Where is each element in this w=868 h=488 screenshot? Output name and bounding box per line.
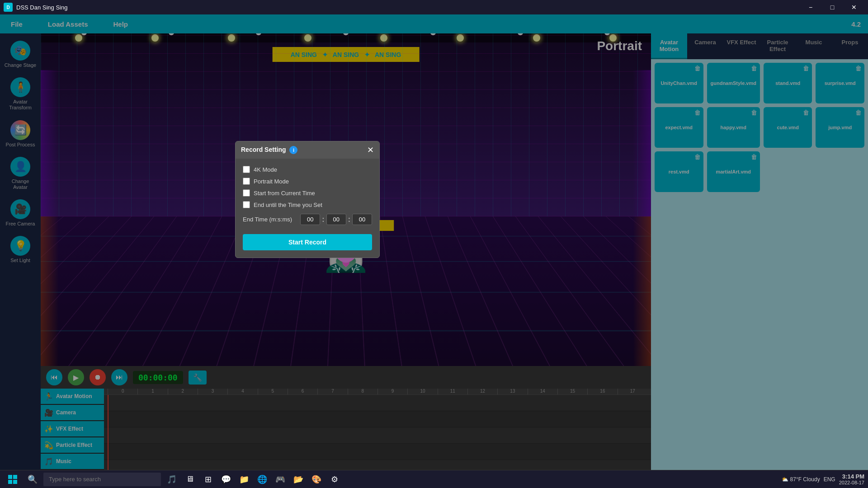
end-time-minutes[interactable] — [300, 214, 320, 225]
asset-martial-art[interactable]: 🗑 martialArt.vmd — [707, 151, 760, 192]
restore-button[interactable]: □ — [822, 0, 843, 14]
timeline-row-1 — [104, 395, 651, 411]
asset-empty-1[interactable] — [764, 151, 812, 192]
checkbox-start-current[interactable]: Start from Current Time — [243, 189, 372, 197]
sidebar-set-light[interactable]: 💡 Set Light — [2, 232, 38, 267]
tab-particle-effect[interactable]: Particle Effect — [760, 33, 796, 59]
bottom-right-glow — [633, 216, 651, 366]
menu-help[interactable]: Help — [109, 19, 132, 30]
sidebar-post-process[interactable]: 🔄 Post Process — [2, 117, 38, 151]
titlebar-left: D DSS Dan Sing Sing — [4, 3, 67, 12]
close-button[interactable]: ✕ — [844, 0, 864, 14]
delete-jump[interactable]: 🗑 — [855, 109, 862, 116]
asset-rest[interactable]: 🗑 rest.vmd — [655, 151, 703, 192]
minimize-button[interactable]: − — [800, 0, 821, 14]
ruler-0: 0 — [108, 389, 137, 394]
asset-gundnam-style[interactable]: 🗑 gundnamStyle.vmd — [707, 63, 760, 103]
checkbox-4k-mode[interactable]: 4K Mode — [243, 166, 372, 173]
delete-cute[interactable]: 🗑 — [803, 109, 809, 116]
taskbar-right: ⛅ 87°F Cloudy ENG 3:14 PM 2022-08-17 — [782, 473, 864, 485]
tab-avatar-motion[interactable]: Avatar Motion — [651, 33, 687, 59]
asset-cute[interactable]: 🗑 cute.vmd — [764, 107, 812, 148]
asset-expect[interactable]: 🗑 expect.vmd — [655, 107, 703, 148]
play-button[interactable]: ▶ — [68, 369, 84, 385]
next-button[interactable]: ⏭ — [111, 369, 127, 385]
taskbar-edge-icon[interactable]: 🌐 — [255, 472, 269, 487]
delete-rest[interactable]: 🗑 — [694, 153, 701, 160]
tab-music[interactable]: Music — [796, 33, 832, 59]
delete-martial-art[interactable]: 🗑 — [751, 153, 757, 160]
set-light-label: Set Light — [10, 258, 30, 263]
delete-happy[interactable]: 🗑 — [751, 109, 757, 116]
unity-chan-label: UnityChan.vmd — [660, 80, 697, 86]
taskbar-chat-icon[interactable]: 💬 — [219, 472, 233, 487]
ruler-10: 10 — [407, 389, 437, 394]
ruler-14: 14 — [528, 389, 557, 394]
taskbar-paint-icon[interactable]: 🎨 — [309, 472, 324, 487]
checkbox-portrait-mode[interactable]: Portrait Mode — [243, 178, 372, 185]
tab-vfx-effect[interactable]: VFX Effect — [723, 33, 760, 59]
track-particle[interactable]: 💫 Particle Effect — [41, 437, 104, 454]
taskbar-misc-icon[interactable]: ⚙ — [327, 472, 342, 487]
timeline-body[interactable] — [104, 395, 651, 470]
taskbar-grid-icon[interactable]: ⊞ — [201, 472, 215, 487]
track-vfx[interactable]: ✨ VFX Effect — [41, 421, 104, 437]
end-time-checkbox[interactable] — [243, 201, 250, 208]
start-record-button[interactable]: Start Record — [243, 234, 372, 250]
timeline-ruler-area: 0 1 2 3 4 5 6 7 8 9 10 11 12 — [104, 389, 651, 470]
titlebar-controls: − □ ✕ — [800, 0, 864, 14]
asset-jump[interactable]: 🗑 jump.vmd — [816, 107, 864, 148]
tab-props[interactable]: Props — [832, 33, 868, 59]
time-sep-2: : — [348, 216, 350, 224]
taskbar-app-2[interactable]: 🖥 — [183, 472, 197, 487]
time-display: 3:14 PM 2022-08-17 — [839, 473, 864, 485]
asset-empty-2[interactable] — [816, 151, 864, 192]
weather-icon: ⛅ — [782, 476, 788, 483]
4k-mode-checkbox[interactable] — [243, 166, 250, 173]
track-avatar-motion[interactable]: 🏃 Avatar Motion — [41, 389, 104, 405]
timecode: 00:00:00 — [133, 371, 183, 384]
track-camera[interactable]: 🎥 Camera — [41, 405, 104, 421]
asset-stand[interactable]: 🗑 stand.vmd — [764, 63, 812, 103]
right-content: 🗑 UnityChan.vmd 🗑 gundnamStyle.vmd 🗑 sta… — [651, 59, 868, 470]
record-dialog-close-button[interactable]: ✕ — [367, 145, 374, 155]
sidebar-free-camera[interactable]: 🎥 Free Camera — [2, 196, 38, 230]
delete-expect[interactable]: 🗑 — [694, 109, 701, 116]
menu-file[interactable]: File — [7, 19, 26, 30]
post-process-icon: 🔄 — [10, 120, 30, 140]
sidebar-change-avatar[interactable]: 👤 Change Avatar — [2, 153, 38, 194]
taskbar-app-1[interactable]: 🎵 — [165, 472, 179, 487]
ruler-2: 2 — [168, 389, 198, 394]
tab-camera[interactable]: Camera — [687, 33, 723, 59]
delete-stand[interactable]: 🗑 — [803, 65, 809, 72]
ruler-5: 5 — [258, 389, 288, 394]
delete-surprise[interactable]: 🗑 — [855, 65, 862, 72]
menu-load-assets[interactable]: Load Assets — [44, 19, 92, 30]
sidebar-avatar-transform[interactable]: 🧍 Avatar Transform — [2, 74, 38, 114]
taskbar-files-icon[interactable]: 📂 — [291, 472, 306, 487]
clock-date: 2022-08-17 — [839, 480, 864, 485]
checkbox-end-time[interactable]: End until the Time you Set — [243, 201, 372, 208]
settings-button[interactable]: 🔧 — [189, 371, 207, 385]
record-button[interactable]: ⏺ — [90, 369, 106, 385]
taskbar-steam-icon[interactable]: 🎮 — [273, 472, 288, 487]
asset-unity-chan[interactable]: 🗑 UnityChan.vmd — [655, 63, 703, 103]
track-music[interactable]: 🎵 Music — [41, 454, 104, 470]
sidebar-change-stage[interactable]: 🎭 Change Stage — [2, 37, 38, 72]
end-time-seconds[interactable] — [326, 214, 346, 225]
taskbar-folder-icon[interactable]: 📁 — [237, 472, 251, 487]
delete-unity-chan[interactable]: 🗑 — [694, 65, 701, 72]
time-sep-1: : — [322, 216, 324, 224]
asset-happy[interactable]: 🗑 happy.vmd — [707, 107, 760, 148]
delete-gundnam[interactable]: 🗑 — [751, 65, 757, 72]
ruler-17: 17 — [618, 389, 647, 394]
ruler-15: 15 — [557, 389, 587, 394]
camera-track-icon: 🎥 — [44, 408, 53, 417]
prev-button[interactable]: ⏮ — [46, 369, 62, 385]
search-input[interactable] — [43, 473, 161, 486]
end-time-ms[interactable] — [352, 214, 372, 225]
portrait-mode-checkbox[interactable] — [243, 178, 250, 185]
asset-surprise[interactable]: 🗑 surprise.vmd — [816, 63, 864, 103]
start-current-checkbox[interactable] — [243, 189, 250, 197]
start-button[interactable] — [4, 470, 22, 488]
